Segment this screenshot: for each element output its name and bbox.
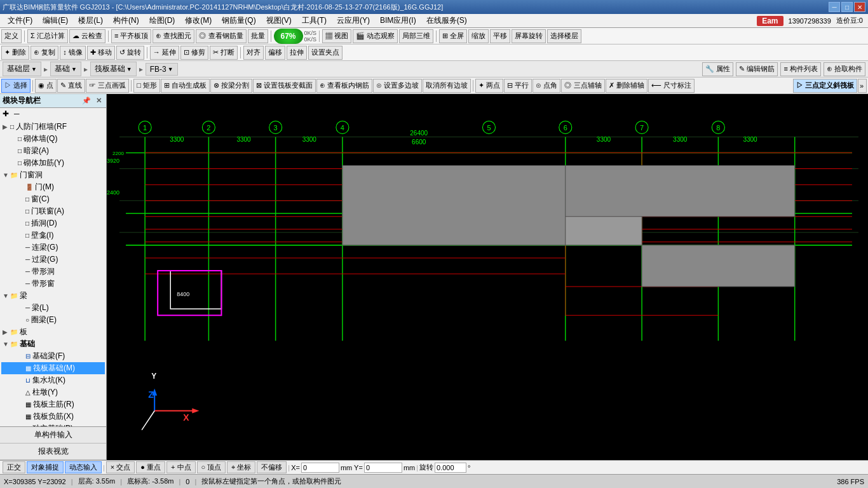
btn-copy[interactable]: ⊕ 复制 xyxy=(31,46,58,60)
tree-item-doorwindow[interactable]: ▼ 📁 门窗洞 xyxy=(1,169,105,181)
btn-cloud-check[interactable]: ☁ 云检查 xyxy=(69,29,105,43)
btn-single-input[interactable]: 单构件输入 xyxy=(0,427,106,444)
tree-item-coupling-beam[interactable]: ─ 连梁(G) xyxy=(1,241,105,254)
tree-item-slab[interactable]: ▶ 📁 板 xyxy=(1,326,105,338)
maximize-button[interactable]: □ xyxy=(841,2,853,12)
tree-item-foundation[interactable]: ▼ 📁 基础 xyxy=(1,338,105,350)
menu-edit[interactable]: 编辑(E) xyxy=(37,14,73,27)
tree-item-overbeam[interactable]: ─ 过梁(G) xyxy=(1,254,105,266)
close-button[interactable]: ✕ xyxy=(854,2,865,12)
tree-item-doorwindow-combo[interactable]: □ 门联窗(A) xyxy=(1,205,105,217)
btn-delete[interactable]: ✦ 删除 xyxy=(1,46,29,60)
btn-parallel[interactable]: ⊟ 平行 xyxy=(504,79,532,93)
btn-screen-rotate[interactable]: 屏幕旋转 xyxy=(512,29,546,43)
btn-coords[interactable]: ⌖ 坐标 xyxy=(227,461,255,473)
nav-close-icon[interactable]: ✕ xyxy=(94,96,104,105)
menu-modify[interactable]: 修改(M) xyxy=(180,14,217,27)
btn-intersection[interactable]: × 交点 xyxy=(106,461,135,473)
btn-raft-section[interactable]: ⊠ 设置筏板变截面 xyxy=(253,79,316,93)
btn-report[interactable]: 报表视览 xyxy=(0,444,106,460)
tree-item-strip-hole[interactable]: ─ 带形洞 xyxy=(1,266,105,278)
menu-bim[interactable]: BIM应用(I) xyxy=(375,14,421,27)
btn-rect[interactable]: □ 矩形 xyxy=(133,79,160,93)
btn-multi-slope[interactable]: ⊙ 设置多边坡 xyxy=(373,79,422,93)
bc-fb3[interactable]: FB-3 ▼ xyxy=(146,63,178,76)
btn-point-draw[interactable]: ◉ 点 xyxy=(35,79,57,93)
btn-arc-draw[interactable]: ☞ 三点画弧 xyxy=(86,79,129,93)
tree-item-hole[interactable]: □ 插洞(D) xyxy=(1,217,105,229)
menu-steel[interactable]: 钢筋量(Q) xyxy=(217,14,261,27)
tree-item-door[interactable]: 🚪 门(M) xyxy=(1,181,105,193)
btn-snap[interactable]: 对象捕捉 xyxy=(27,461,64,473)
tree-item-masonwall[interactable]: □ 砌体墙(Q) xyxy=(1,133,105,145)
menu-component[interactable]: 构件(N) xyxy=(108,14,144,27)
canvas-area[interactable]: 1 2 3 4 5 6 7 8 3300 3300 3300 26400 660… xyxy=(107,94,868,460)
btn-view-steel[interactable]: ◎ 查看钢筋量 xyxy=(196,29,246,43)
btn-rotate[interactable]: ↺ 旋转 xyxy=(116,46,144,60)
tree-item-rfwall[interactable]: ▶ □ 人防门框墙(RF xyxy=(1,121,105,133)
tree-item-masonrebar[interactable]: □ 砌体加筋(Y) xyxy=(1,157,105,169)
tree-item-raft-main-rebar[interactable]: ▦ 筏板主筋(R) xyxy=(1,398,105,410)
bc-base-layer[interactable]: 基础层 ▼ xyxy=(3,62,41,76)
btn-three-point-aux[interactable]: ◎ 三点辅轴 xyxy=(561,79,604,93)
btn-zoom[interactable]: 缩放 xyxy=(468,29,489,43)
btn-dimension[interactable]: ⟵ 尺寸标注 xyxy=(648,79,695,93)
btn-move[interactable]: ✚ 移动 xyxy=(87,46,115,60)
btn-stretch[interactable]: 拉伸 xyxy=(287,46,307,60)
menu-online[interactable]: 在线服务(S) xyxy=(421,14,472,27)
btn-align-top[interactable]: ≡ 平齐板顶 xyxy=(111,29,151,43)
btn-break[interactable]: ✂ 打断 xyxy=(210,46,238,60)
btn-three-point-slope[interactable]: ▷ 三点定义斜筏板 xyxy=(793,79,857,93)
btn-edit-steel[interactable]: ✎ 编辑钢筋 xyxy=(736,62,778,76)
btn-calculate[interactable]: Σ 汇总计算 xyxy=(27,29,68,43)
btn-cancel-slope[interactable]: 取消所有边坡 xyxy=(423,79,471,93)
btn-pick-component[interactable]: ⊕ 拾取构件 xyxy=(824,62,865,76)
btn-batch[interactable]: 批量 xyxy=(248,29,268,43)
rotate-input[interactable] xyxy=(435,463,466,473)
menu-floor[interactable]: 楼层(L) xyxy=(73,14,108,27)
btn-mirror[interactable]: ↕ 镜像 xyxy=(60,46,86,60)
menu-view[interactable]: 视图(V) xyxy=(261,14,297,27)
btn-extend[interactable]: → 延伸 xyxy=(150,46,179,60)
menu-file[interactable]: 文件(F) xyxy=(3,14,37,27)
btn-offset[interactable]: 偏移 xyxy=(265,46,285,60)
btn-midpoint[interactable]: + 中点 xyxy=(166,461,195,473)
btn-component-list[interactable]: ≡ 构件列表 xyxy=(780,62,820,76)
btn-view[interactable]: ▦ 视图 xyxy=(322,29,351,43)
tree-item-strip-window[interactable]: ─ 带形窗 xyxy=(1,278,105,290)
btn-partial-3d[interactable]: 局部三维 xyxy=(399,29,433,43)
bc-foundation[interactable]: 基础 ▼ xyxy=(50,62,81,76)
btn-expand-right[interactable]: » xyxy=(858,79,867,93)
btn-trim[interactable]: ⊡ 修剪 xyxy=(180,46,208,60)
x-input[interactable] xyxy=(301,463,339,473)
menu-cloud[interactable]: 云应用(Y) xyxy=(332,14,375,27)
tree-item-foundation-beam[interactable]: ⊟ 基础梁(F) xyxy=(1,350,105,362)
tree-item-beam-l[interactable]: ─ 梁(L) xyxy=(1,302,105,314)
btn-dynamic-input[interactable]: 动态输入 xyxy=(65,461,102,473)
btn-auto-slab[interactable]: ⊞ 自动生成板 xyxy=(161,79,210,93)
tree-item-al[interactable]: □ 暗梁(A) xyxy=(1,145,105,157)
btn-fullscreen[interactable]: ⊞ 全屏 xyxy=(439,29,467,43)
btn-orthogonal[interactable]: 正交 xyxy=(3,461,25,473)
btn-select[interactable]: ▷ 选择 xyxy=(1,79,31,93)
menu-draw[interactable]: 绘图(D) xyxy=(144,14,180,27)
tree-item-sump[interactable]: ⊔ 集水坑(K) xyxy=(1,374,105,386)
btn-dynamic[interactable]: 🎬 动态观察 xyxy=(353,29,398,43)
btn-no-offset[interactable]: 不偏移 xyxy=(257,461,287,473)
tree-item-raft-foundation[interactable]: ▦ 筏板基础(M) xyxy=(1,362,105,374)
bc-raft[interactable]: 筏板基础 ▼ xyxy=(90,62,137,76)
btn-line-draw[interactable]: ✎ 直线 xyxy=(57,79,85,93)
btn-split-beam[interactable]: ⊗ 按梁分割 xyxy=(210,79,252,93)
tree-item-ring-beam[interactable]: ○ 圈梁(E) xyxy=(1,314,105,326)
btn-find-elem[interactable]: ⊕ 查找图元 xyxy=(153,29,194,43)
btn-key-point[interactable]: ● 重点 xyxy=(136,461,165,473)
tree-item-raft-neg-rebar[interactable]: ▦ 筏板负筋(X) xyxy=(1,410,105,423)
btn-add-node[interactable]: ✚ xyxy=(0,108,11,119)
btn-pan[interactable]: 平移 xyxy=(490,29,510,43)
menu-tools[interactable]: 工具(T) xyxy=(297,14,332,27)
btn-select-floor[interactable]: 选择楼层 xyxy=(547,29,581,43)
minimize-button[interactable]: ─ xyxy=(829,2,840,12)
btn-view-inner-steel[interactable]: ⊕ 查看板内钢筋 xyxy=(316,79,372,93)
tree-item-niche[interactable]: □ 壁龛(I) xyxy=(1,229,105,241)
y-input[interactable] xyxy=(364,463,402,473)
